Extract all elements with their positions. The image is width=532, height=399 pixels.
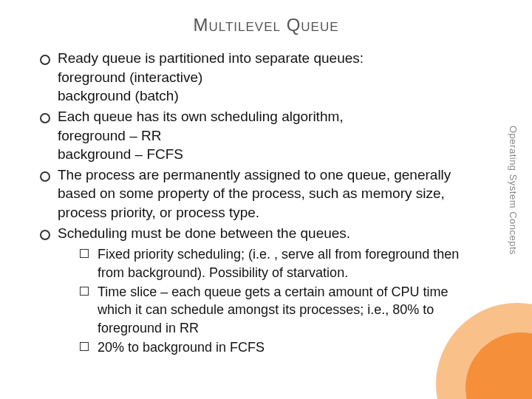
bullet-text: foreground (interactive) [58,68,474,87]
bullet-item: Scheduling must be done between the queu… [37,224,474,356]
side-label: Operating System Concepts [508,126,519,255]
bullet-text: Each queue has its own scheduling algori… [58,107,474,126]
bullet-text: The process are permanently assigned to … [58,166,474,222]
page-title: Multilevel Queue [37,15,495,35]
bullet-text: Ready queue is partitioned into separate… [58,49,474,68]
sub-item: 20% to background in FCFS [80,338,474,356]
bullet-text: background – FCFS [58,145,474,164]
sub-list: Fixed priority scheduling; (i.e. , serve… [58,245,474,356]
bullet-text: foreground – RR [58,126,474,146]
bullet-item: The process are permanently assigned to … [37,166,474,222]
bullet-text: Scheduling must be done between the queu… [58,224,474,243]
bullet-list: Ready queue is partitioned into separate… [37,49,474,356]
bullet-text: background (batch) [58,86,474,106]
slide: Multilevel Queue Ready queue is partitio… [0,0,532,399]
content-area: Ready queue is partitioned into separate… [37,49,495,356]
sub-item: Fixed priority scheduling; (i.e. , serve… [80,245,474,282]
bullet-item: Each queue has its own scheduling algori… [37,107,474,164]
bullet-item: Ready queue is partitioned into separate… [37,49,474,106]
sub-item: Time slice – each queue gets a certain a… [80,283,474,337]
